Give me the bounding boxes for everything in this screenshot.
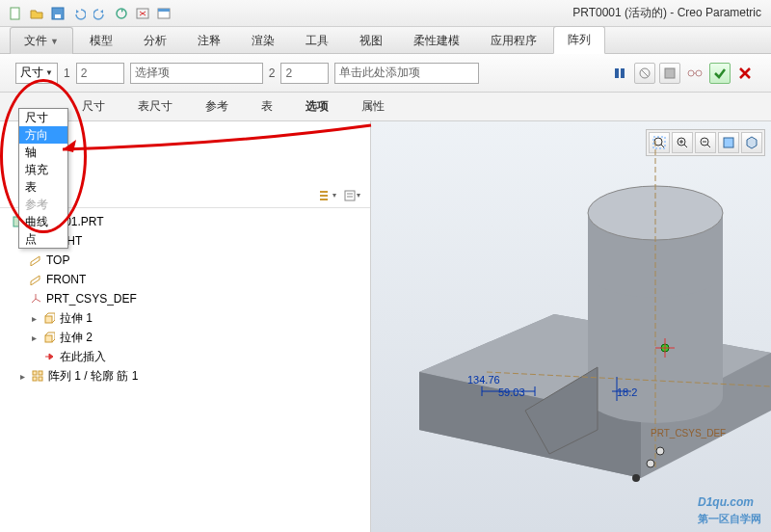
tab-view[interactable]: 视图 <box>345 27 397 54</box>
dimension-d1[interactable]: 134.76 <box>467 374 500 386</box>
dropdown-option-point[interactable]: 点 <box>19 230 67 248</box>
svg-rect-13 <box>345 191 355 200</box>
pattern-type-value: 尺寸 <box>20 65 43 81</box>
chevron-down-icon: ▼ <box>50 37 59 46</box>
close-window-icon[interactable] <box>133 4 152 23</box>
insert-arrow-icon <box>42 350 56 363</box>
svg-rect-17 <box>33 371 37 375</box>
dir1-select-input[interactable]: 选择项 <box>130 63 263 84</box>
svg-rect-7 <box>615 68 619 78</box>
tab-file[interactable]: 文件▼ <box>10 27 73 54</box>
no-preview-icon[interactable] <box>634 63 655 84</box>
new-icon[interactable] <box>6 4 25 23</box>
dir2-label: 2 <box>269 66 276 80</box>
csys-icon <box>29 292 42 306</box>
tab-tools[interactable]: 工具 <box>291 27 343 54</box>
pattern-type-dropdown: 尺寸 方向 轴 填充 表 参考 曲线 点 <box>18 108 68 249</box>
tree-item-insert-here[interactable]: 在此插入 <box>8 347 362 366</box>
svg-rect-20 <box>39 377 42 381</box>
glasses-icon[interactable] <box>684 63 705 84</box>
quick-access-toolbar: PRT0001 (活动的) - Creo Parametric <box>0 0 771 27</box>
tab-apps[interactable]: 应用程序 <box>476 27 551 54</box>
svg-point-39 <box>656 447 664 455</box>
svg-rect-0 <box>11 8 19 19</box>
svg-rect-2 <box>55 14 61 18</box>
ok-button[interactable] <box>709 63 731 84</box>
dropdown-option-axis[interactable]: 轴 <box>19 144 67 161</box>
plane-icon <box>29 253 42 267</box>
watermark: D1qu.com 第一区自学网 <box>698 487 761 526</box>
subtab-dimension[interactable]: 尺寸 <box>67 93 120 120</box>
svg-rect-19 <box>33 377 37 381</box>
3d-scene <box>371 121 771 532</box>
subtab-properties[interactable]: 属性 <box>347 93 399 120</box>
svg-point-11 <box>688 70 694 76</box>
pattern-type-combo[interactable]: 尺寸 ▼ <box>15 63 58 84</box>
pause-icon[interactable] <box>609 63 630 84</box>
tab-analysis[interactable]: 分析 <box>129 27 181 54</box>
extrude-icon <box>42 311 56 325</box>
tab-model[interactable]: 模型 <box>75 27 127 54</box>
subtab-options[interactable]: 选项 <box>291 93 343 120</box>
svg-rect-8 <box>621 68 625 78</box>
tree-tools-icon[interactable]: ▾ <box>316 186 337 205</box>
tree-item-front[interactable]: FRONT <box>8 270 362 289</box>
subtab-table-dim[interactable]: 表尺寸 <box>123 93 187 120</box>
dropdown-option-dimension[interactable]: 尺寸 <box>19 109 67 126</box>
csys-label: PRT_CSYS_DEF <box>651 428 726 439</box>
tree-item-extrude1[interactable]: ▸ 拉伸 1 <box>8 308 362 328</box>
ribbon-tabs: 文件▼ 模型 分析 注释 渲染 工具 视图 柔性建模 应用程序 阵列 <box>0 27 771 54</box>
svg-point-38 <box>647 460 654 467</box>
tab-render[interactable]: 渲染 <box>237 27 289 54</box>
tab-flex[interactable]: 柔性建模 <box>399 27 474 54</box>
tree-item-csys[interactable]: PRT_CSYS_DEF <box>8 289 362 308</box>
svg-rect-16 <box>45 335 52 342</box>
tab-annotate[interactable]: 注释 <box>183 27 235 54</box>
subtab-reference[interactable]: 参考 <box>191 93 243 120</box>
dir1-label: 1 <box>64 66 70 80</box>
dir2-click-input[interactable]: 单击此处添加项 <box>334 63 479 84</box>
save-icon[interactable] <box>48 4 67 23</box>
svg-point-12 <box>696 70 702 76</box>
svg-point-37 <box>632 474 640 482</box>
dropdown-option-table[interactable]: 表 <box>19 178 67 196</box>
extrude-icon <box>42 331 56 344</box>
tree-item-pattern[interactable]: ▸ 阵列 1 / 轮廓 筋 1 <box>8 366 362 386</box>
tree-item-top[interactable]: TOP <box>8 251 362 270</box>
dashboard-subtabs: 尺寸 表尺寸 参考 表 选项 属性 <box>0 93 771 121</box>
dir2-count-input[interactable]: 2 <box>280 63 329 84</box>
pattern-dashboard: 尺寸 ▼ 1 2 选择项 2 2 单击此处添加项 <box>0 54 771 93</box>
dir1-count-input[interactable]: 2 <box>76 63 124 84</box>
dimension-d2[interactable]: 59.03 <box>498 386 525 398</box>
tree-settings-icon[interactable]: ▾ <box>341 186 362 205</box>
attach-preview-icon[interactable] <box>659 63 680 84</box>
svg-rect-18 <box>39 371 42 375</box>
redo-icon[interactable] <box>91 4 110 23</box>
open-icon[interactable] <box>27 4 46 23</box>
expand-icon[interactable]: ▸ <box>29 332 39 343</box>
svg-rect-10 <box>665 68 675 78</box>
pattern-icon <box>31 369 44 383</box>
3d-viewport[interactable]: 134.76 59.03 18.2 PRT_CSYS_DEF D1qu.com … <box>371 121 771 532</box>
chevron-down-icon: ▼ <box>45 68 53 77</box>
dimension-d3[interactable]: 18.2 <box>617 386 637 398</box>
workspace: ▾ ▾ PRT0001.PRT RIGHT TOP FRONT PRT_ <box>0 121 771 532</box>
regenerate-icon[interactable] <box>112 4 131 23</box>
tab-pattern[interactable]: 阵列 <box>553 26 605 54</box>
window-icon[interactable] <box>154 4 173 23</box>
subtab-table[interactable]: 表 <box>247 93 287 120</box>
svg-rect-15 <box>45 316 52 323</box>
undo-icon[interactable] <box>69 4 89 23</box>
tree-item-extrude2[interactable]: ▸ 拉伸 2 <box>8 328 362 347</box>
dropdown-option-direction[interactable]: 方向 <box>19 126 67 144</box>
cancel-button[interactable] <box>734 63 756 84</box>
dropdown-option-fill[interactable]: 填充 <box>19 161 67 178</box>
dropdown-option-reference: 参考 <box>19 196 67 213</box>
plane-icon <box>29 273 42 286</box>
expand-icon[interactable]: ▸ <box>29 313 39 324</box>
dropdown-option-curve[interactable]: 曲线 <box>19 213 67 230</box>
svg-rect-6 <box>158 9 170 12</box>
window-title: PRT0001 (活动的) - Creo Parametric <box>572 5 765 21</box>
expand-icon[interactable]: ▸ <box>17 371 27 382</box>
